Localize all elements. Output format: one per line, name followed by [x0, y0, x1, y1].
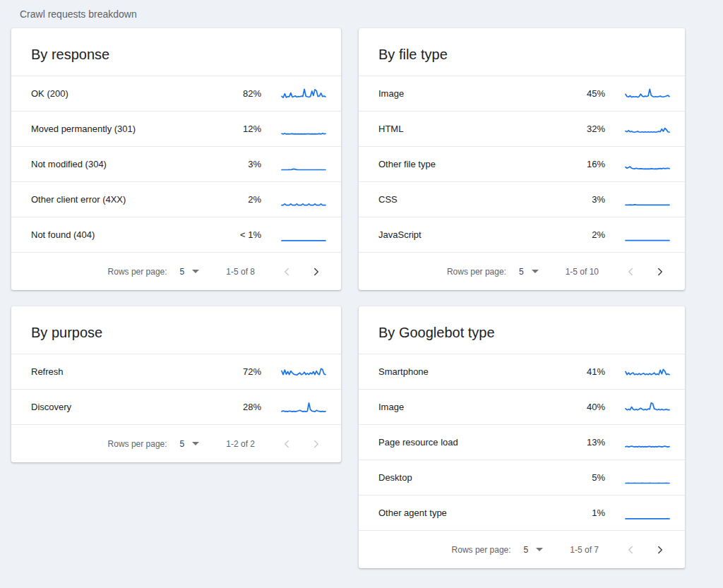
row-label: Other client error (4XX): [31, 194, 227, 205]
sparkline-chart: [281, 157, 326, 172]
row-percent: 2%: [571, 229, 605, 240]
table-row[interactable]: Smartphone 41%: [359, 354, 685, 389]
pagination-bar: Rows per page: 5 1-5 of 10: [359, 252, 685, 290]
card-rows: OK (200) 82% Moved permanently (301) 12%…: [11, 76, 341, 252]
row-percent: 13%: [571, 437, 605, 448]
chevron-left-icon: [624, 265, 637, 278]
sparkline-chart: [281, 121, 326, 137]
table-row[interactable]: Other agent type 1%: [359, 495, 685, 530]
breakdown-card: By purpose Refresh 72% Discovery 28% Row…: [11, 306, 341, 462]
prev-page-button[interactable]: [279, 436, 294, 452]
row-percent: 45%: [571, 88, 605, 99]
rows-per-page-value: 5: [180, 439, 185, 449]
sparkline-chart: [625, 157, 670, 172]
rows-per-page-value: 5: [180, 267, 185, 277]
sparkline-chart: [625, 86, 670, 102]
cards-grid: By response OK (200) 82% Moved permanent…: [0, 20, 723, 568]
row-percent: 82%: [227, 88, 261, 99]
chevron-right-icon: [654, 265, 667, 278]
row-percent: 12%: [227, 124, 261, 134]
pagination-range: 1-5 of 10: [566, 267, 599, 277]
row-percent: 28%: [227, 402, 261, 412]
rows-per-page-select[interactable]: 5: [519, 267, 539, 277]
pagination-range: 1-2 of 2: [226, 439, 255, 449]
table-row[interactable]: CSS 3%: [359, 181, 685, 217]
table-row[interactable]: Moved permanently (301) 12%: [11, 111, 341, 146]
breakdown-card: By Googlebot type Smartphone 41% Image 4…: [359, 306, 685, 568]
table-row[interactable]: HTML 32%: [359, 111, 685, 146]
prev-page-button[interactable]: [623, 542, 638, 558]
row-percent: < 1%: [227, 229, 261, 240]
next-page-button[interactable]: [652, 264, 668, 280]
row-percent: 3%: [571, 194, 605, 205]
table-row[interactable]: Discovery 28%: [11, 389, 341, 424]
table-row[interactable]: Image 40%: [359, 389, 685, 424]
row-label: Image: [378, 402, 571, 412]
row-label: HTML: [378, 124, 571, 134]
rows-per-page-select[interactable]: 5: [180, 267, 200, 277]
row-label: Not found (404): [31, 229, 227, 240]
row-label: Page resource load: [378, 437, 571, 448]
row-label: Moved permanently (301): [31, 124, 227, 134]
page-title: Crawl requests breakdown: [0, 0, 723, 20]
dropdown-caret-icon: [192, 442, 199, 445]
chevron-right-icon: [310, 438, 323, 450]
sparkline-chart: [625, 435, 670, 450]
sparkline-chart: [281, 400, 326, 415]
table-row[interactable]: Refresh 72%: [11, 354, 341, 389]
pagination-bar: Rows per page: 5 1-5 of 8: [11, 252, 341, 290]
table-row[interactable]: Not found (404) < 1%: [11, 217, 341, 252]
rows-per-page-label: Rows per page:: [452, 545, 511, 555]
table-row[interactable]: Other client error (4XX) 2%: [11, 181, 341, 217]
row-label: Other file type: [378, 159, 571, 169]
next-page-button[interactable]: [309, 436, 324, 452]
rows-per-page-select[interactable]: 5: [180, 439, 200, 449]
sparkline-chart: [625, 121, 670, 137]
table-row[interactable]: Other file type 16%: [359, 146, 685, 181]
row-label: Discovery: [31, 402, 227, 412]
sparkline-chart: [281, 192, 326, 208]
table-row[interactable]: OK (200) 82%: [11, 76, 341, 111]
sparkline-chart: [281, 86, 326, 102]
sparkline-chart: [625, 227, 670, 243]
table-row[interactable]: Not modified (304) 3%: [11, 146, 341, 181]
dropdown-caret-icon: [532, 270, 539, 273]
sparkline-chart: [625, 470, 670, 486]
rows-per-page-select[interactable]: 5: [524, 545, 544, 555]
row-label: Other agent type: [378, 508, 571, 518]
prev-page-button[interactable]: [623, 264, 638, 280]
row-label: Image: [378, 88, 571, 99]
chevron-left-icon: [280, 438, 293, 450]
card-rows: Image 45% HTML 32% Other file type 16% C…: [359, 76, 685, 252]
row-percent: 2%: [227, 194, 261, 205]
chevron-left-icon: [280, 265, 293, 278]
prev-page-button[interactable]: [279, 264, 294, 280]
table-row[interactable]: JavaScript 2%: [359, 217, 685, 252]
sparkline-chart: [625, 400, 670, 415]
rows-per-page-label: Rows per page:: [108, 267, 167, 277]
card-title: By response: [11, 28, 341, 76]
rows-per-page-label: Rows per page:: [108, 439, 167, 449]
next-page-button[interactable]: [309, 264, 324, 280]
row-label: Desktop: [378, 472, 571, 483]
table-row[interactable]: Page resource load 13%: [359, 424, 685, 460]
rows-per-page-value: 5: [519, 267, 524, 277]
table-row[interactable]: Image 45%: [359, 76, 685, 111]
card-title: By purpose: [11, 306, 341, 354]
chevron-right-icon: [310, 265, 323, 278]
dropdown-caret-icon: [192, 270, 199, 273]
row-percent: 16%: [571, 159, 605, 169]
pagination-range: 1-5 of 8: [226, 267, 255, 277]
row-label: CSS: [378, 194, 571, 205]
next-page-button[interactable]: [652, 542, 668, 558]
row-percent: 3%: [227, 159, 261, 169]
rows-per-page-value: 5: [524, 545, 529, 555]
chevron-left-icon: [624, 544, 637, 556]
row-label: JavaScript: [378, 229, 571, 240]
table-row[interactable]: Desktop 5%: [359, 460, 685, 495]
sparkline-chart: [625, 505, 670, 521]
pagination-range: 1-5 of 7: [570, 545, 599, 555]
sparkline-chart: [281, 227, 326, 243]
card-title: By file type: [359, 28, 685, 76]
breakdown-card: By file type Image 45% HTML 32% Other fi…: [359, 28, 685, 290]
